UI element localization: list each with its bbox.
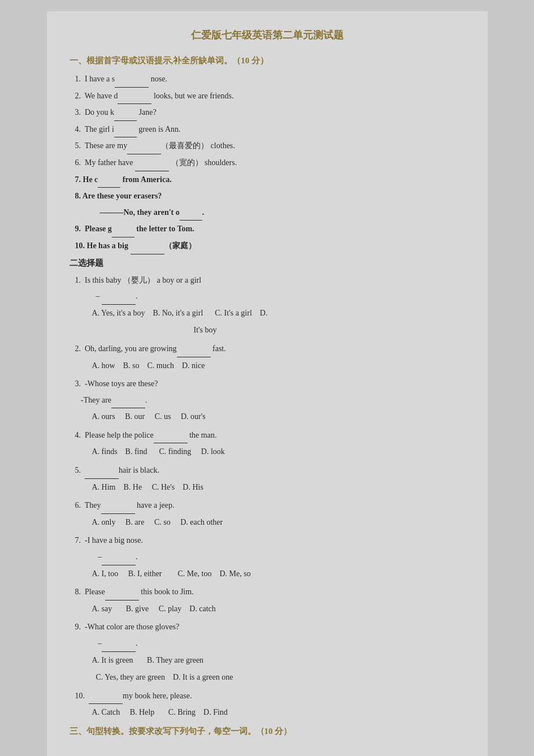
list-item: 1. I have a s nose. [70,72,465,88]
list-item: 6. My father have （宽的） shoulders. [70,155,465,171]
page-title: 仁爱版七年级英语第二单元测试题 [70,28,465,42]
question-1: 1. Is this baby （婴儿） a boy or a girl – .… [70,273,465,338]
list-item: 9. -What color are those gloves? [70,620,465,635]
list-item: C. Yes, they are green D. It is a green … [70,670,465,685]
blank [180,205,202,221]
question-8: 8. Please this book to Jim. A. say B. gi… [70,585,465,616]
list-item: 2. We have d looks, but we are friends. [70,89,465,105]
list-item: A. only B. are C. so D. each other [70,515,465,530]
list-item: – . [70,289,465,305]
list-item: 3. Do you k Jane? [70,105,465,121]
blank [98,172,120,188]
blank [102,636,136,652]
blank [135,155,169,171]
blank [105,585,139,601]
list-item: -They are . [70,393,465,409]
list-item: 9. Please g the letter to Tom. [70,222,465,237]
question-3: 3. -Whose toys are these? -They are . A.… [70,377,465,425]
list-item: – . [70,550,465,565]
list-item: A. I, too B. I, either C. Me, too D. Me,… [70,567,465,582]
list-item: 8. Please this book to Jim. [70,585,465,601]
blank [89,689,123,705]
section1-header: 一、根据首字母或汉语提示,补全所缺单词。（10 分） [70,55,465,66]
question-7: 7. -I have a big nose. – . A. I, too B. … [70,533,465,581]
blank [85,463,119,479]
section2-content: 1. Is this baby （婴儿） a boy or a girl – .… [70,273,465,720]
question-5: 5. hair is black. A. Him B. He C. He's D… [70,463,465,495]
list-item: 7. He c from America. [70,172,465,188]
question-9: 9. -What color are those gloves? – . A. … [70,620,465,685]
page: 仁爱版七年级英语第二单元测试题 一、根据首字母或汉语提示,补全所缺单词。（10 … [47,11,488,756]
blank [154,428,188,444]
section3-header: 三、句型转换。按要求改写下列句子，每空一词。（10 分） [70,726,465,737]
list-item: A. It is green B. They are green [70,653,465,668]
list-item: A. Yes, it's a boy B. No, it's a girl C.… [70,306,465,321]
blank [111,393,145,409]
blank [112,222,134,237]
blank [131,239,164,254]
list-item: 5. These are my （最喜爱的） clothes. [70,139,465,154]
list-item: 7. -I have a big nose. [70,533,465,548]
list-item: 2. Oh, darling, you are growing fast. [70,342,465,357]
question-4: 4. Please help the police the man. A. fi… [70,428,465,460]
blank [114,105,137,121]
list-item: 4. The girl i green is Ann. [70,122,465,138]
list-item: 5. hair is black. [70,463,465,479]
list-item: 4. Please help the police the man. [70,428,465,444]
blank [101,498,135,514]
blank [127,139,161,154]
list-item: A. finds B. find C. finding D. look [70,444,465,460]
blank [114,122,137,138]
list-item: A. ours B. our C. us D. our's [70,409,465,425]
question-2: 2. Oh, darling, you are growing fast. A.… [70,342,465,373]
list-item: 1. Is this baby （婴儿） a boy or a girl [70,273,465,288]
blank [102,289,136,305]
list-item: A. how B. so C. much D. nice [70,358,465,374]
blank [177,342,211,357]
list-item: A. say B. give C. play D. catch [70,602,465,617]
blank [115,72,149,88]
list-item: – . [70,636,465,652]
list-item: A. Him B. He C. He's D. His [70,480,465,495]
list-item: 6. They have a jeep. [70,498,465,514]
list-item: It's boy [70,323,465,338]
list-item: 10. He has a big （家庭） [70,239,465,254]
blank [118,89,151,105]
section2-header: 二选择题 [70,258,465,269]
question-6: 6. They have a jeep. A. only B. are C. s… [70,498,465,530]
list-item: A. Catch B. Help C. Bring D. Find [70,705,465,720]
list-item: ———No, they aren't o . [70,205,465,221]
list-item: 8. Are these your erasers? [70,189,465,204]
question-10: 10. my book here, please. A. Catch B. He… [70,689,465,720]
blank [102,550,136,565]
section1-content: 1. I have a s nose. 2. We have d looks, … [70,72,465,254]
list-item: 10. my book here, please. [70,689,465,705]
list-item: 3. -Whose toys are these? [70,377,465,392]
